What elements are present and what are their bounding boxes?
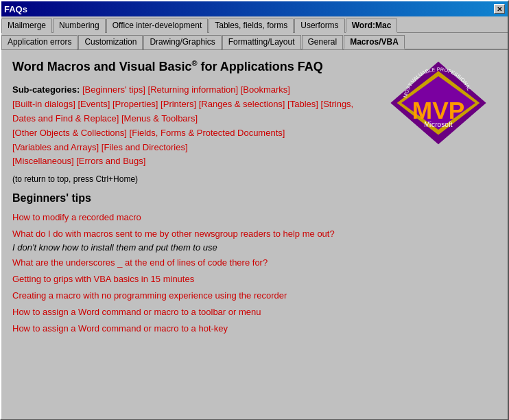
mvp-logo: MVP Microsoft MOST VALUABLE PROFESSIONAL — [387, 58, 497, 154]
link-2[interactable]: What do I do with macros sent to me by o… — [12, 228, 497, 240]
tab-row-1: Mailmerge Numbering Office inter-develop… — [1, 16, 508, 33]
tab-formatting[interactable]: Formatting/Layout — [222, 35, 301, 49]
tab-row-2: Application errors Customization Drawing… — [1, 33, 508, 50]
subcat-printers[interactable]: [Printers] — [161, 99, 196, 109]
subcat-beginners[interactable]: [Beginners' tips] — [82, 84, 145, 95]
subcategories-label: Sub-categories: — [12, 84, 80, 95]
link-2-subtitle: I don't know how to install them and put… — [12, 242, 497, 253]
link-1[interactable]: How to modify a recorded macro — [12, 211, 497, 224]
subcat-menus[interactable]: [Menus & Toolbars] — [121, 113, 198, 124]
subcat-ranges[interactable]: [Ranges & selections] — [199, 99, 285, 109]
subcat-misc[interactable]: [Miscellaneous] — [12, 156, 74, 166]
subcat-fields[interactable]: [Fields, Forms & Protected Documents] — [130, 128, 285, 138]
section-title: Beginners' tips — [12, 192, 497, 205]
link-3[interactable]: What are the underscores _ at the end of… — [12, 257, 497, 269]
link-5[interactable]: Creating a macro with no programming exp… — [12, 290, 497, 302]
link-6[interactable]: How to assign a Word command or macro to… — [12, 306, 497, 318]
tab-drawing[interactable]: Drawing/Graphics — [143, 35, 221, 49]
link-4[interactable]: Getting to grips with VBA basics in 15 m… — [12, 273, 497, 285]
subcat-bookmarks[interactable]: [Bookmarks] — [241, 84, 290, 95]
tab-general[interactable]: General — [302, 35, 344, 49]
link-7[interactable]: How to assign a Word command or macro to… — [12, 323, 497, 335]
tab-tables-fields[interactable]: Tables, fields, forms — [209, 19, 294, 33]
subcat-files[interactable]: [Files and Directories] — [102, 142, 188, 152]
svg-text:MVP: MVP — [412, 97, 464, 124]
subcat-errors[interactable]: [Errors and Bugs] — [76, 156, 145, 166]
tab-customization[interactable]: Customization — [78, 35, 143, 49]
tab-userforms[interactable]: Userforms — [294, 19, 344, 33]
subcat-objects[interactable]: [Other Objects & Collections] — [12, 128, 127, 138]
main-window: FAQs ✕ Mailmerge Numbering Office inter-… — [0, 0, 509, 420]
subcat-tables[interactable]: [Tables] — [287, 99, 318, 109]
tab-macros-vba[interactable]: Macros/VBA — [344, 35, 405, 49]
subcat-properties[interactable]: [Properties] — [113, 99, 158, 109]
subcat-events[interactable]: [Events] — [78, 99, 110, 109]
ctrl-hint: (to return to top, press Ctrl+Home) — [12, 174, 497, 184]
title-bar: FAQs ✕ — [1, 1, 508, 16]
tab-office-inter[interactable]: Office inter-development — [106, 19, 209, 33]
subcat-returning[interactable]: [Returning information] — [148, 84, 239, 95]
tab-app-errors[interactable]: Application errors — [1, 35, 78, 49]
content-area: MVP Microsoft MOST VALUABLE PROFESSIONAL… — [1, 50, 508, 419]
tab-wordmac[interactable]: Word:Mac — [346, 19, 398, 33]
subcat-dialogs[interactable]: [Built-in dialogs] — [12, 99, 75, 109]
window-title: FAQs — [4, 4, 27, 14]
subcat-variables[interactable]: [Variables and Arrays] — [12, 142, 99, 152]
svg-text:Microsoft: Microsoft — [424, 121, 453, 128]
tab-numbering[interactable]: Numbering — [53, 19, 106, 33]
tab-mailmerge[interactable]: Mailmerge — [1, 19, 52, 33]
close-button[interactable]: ✕ — [494, 4, 505, 14]
